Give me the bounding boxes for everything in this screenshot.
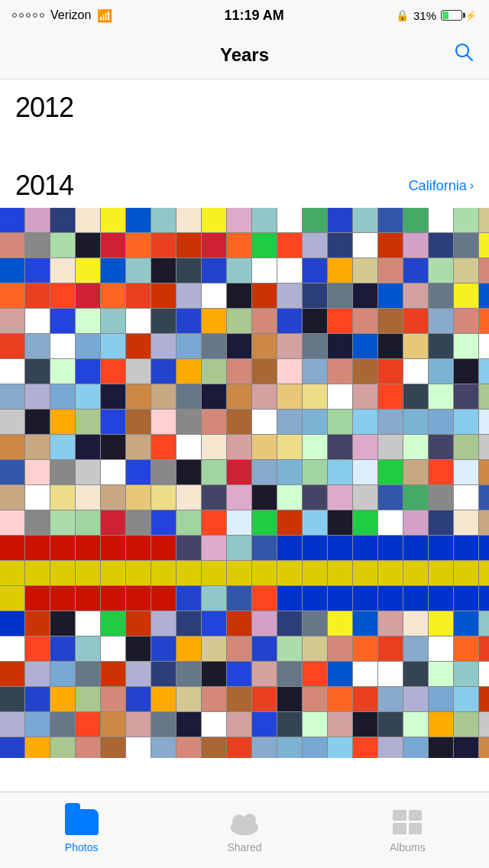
mosaic-cell	[0, 561, 24, 585]
status-right: 🔒 31% ⚡	[396, 9, 477, 22]
photo-mosaic-2014[interactable]	[0, 208, 489, 758]
mosaic-cell	[202, 485, 226, 510]
mosaic-cell	[252, 460, 277, 484]
mosaic-cell	[429, 485, 453, 510]
mosaic-cell	[101, 536, 125, 560]
mosaic-cell	[328, 258, 352, 283]
mosaic-cell	[429, 536, 453, 560]
mosaic-cell	[76, 636, 100, 661]
mosaic-cell	[303, 485, 327, 510]
mosaic-cell	[126, 586, 151, 611]
mosaic-cell	[479, 737, 489, 758]
mosaic-cell	[176, 510, 201, 535]
mosaic-cell	[126, 309, 151, 333]
mosaic-cell	[353, 687, 377, 711]
mosaic-cell	[454, 586, 478, 611]
mosaic-cell	[353, 712, 377, 737]
mosaic-cell	[378, 359, 403, 384]
mosaic-cell	[403, 636, 428, 661]
mosaic-cell	[101, 435, 125, 459]
mosaic-cell	[328, 636, 352, 661]
mosaic-cell	[252, 611, 277, 636]
mosaic-cell	[101, 510, 125, 535]
mosaic-cell	[176, 384, 201, 409]
mosaic-cell	[202, 510, 226, 535]
mosaic-cell	[202, 384, 226, 409]
mosaic-cell	[176, 611, 201, 636]
mosaic-cell	[353, 283, 377, 308]
tab-albums[interactable]: Albums	[361, 808, 453, 853]
mosaic-cell	[76, 586, 100, 611]
mosaic-cell	[50, 410, 75, 434]
mosaic-cell	[50, 208, 75, 232]
tab-photos[interactable]: Photos	[36, 808, 128, 853]
mosaic-cell	[126, 258, 151, 283]
mosaic-cell	[252, 208, 277, 232]
mosaic-cell	[403, 334, 428, 358]
mosaic-cell	[303, 309, 327, 333]
mosaic-cell	[252, 712, 277, 737]
mosaic-cell	[101, 359, 125, 384]
mosaic-cell	[151, 712, 176, 737]
mosaic-cell	[454, 460, 478, 484]
album-rect-2	[409, 810, 423, 821]
mosaic-cell	[403, 712, 428, 737]
mosaic-cell	[403, 510, 428, 535]
mosaic-cell	[328, 485, 352, 510]
mosaic-cell	[25, 611, 50, 636]
mosaic-cell	[25, 485, 50, 510]
mosaic-cell	[303, 334, 327, 358]
album-rect-1	[393, 810, 406, 821]
mosaic-cell	[277, 561, 302, 585]
mosaic-cell	[76, 662, 100, 686]
mosaic-cell	[227, 309, 251, 333]
search-button[interactable]	[454, 42, 474, 67]
mosaic-cell	[50, 309, 75, 333]
mosaic-cell	[429, 561, 453, 585]
mosaic-cell	[353, 435, 377, 459]
mosaic-cell	[101, 384, 125, 409]
mosaic-cell	[479, 435, 489, 459]
mosaic-cell	[454, 258, 478, 283]
mosaic-cell	[429, 384, 453, 409]
mosaic-cell	[50, 384, 75, 409]
mosaic-cell	[227, 233, 251, 257]
mosaic-cell	[0, 737, 24, 758]
mosaic-cell	[50, 485, 75, 510]
album-rect-4	[409, 823, 423, 834]
mosaic-cell	[378, 611, 403, 636]
mosaic-cell	[151, 359, 176, 384]
mosaic-cell	[454, 334, 478, 358]
mosaic-cell	[328, 460, 352, 484]
mosaic-cell	[328, 309, 352, 333]
mosaic-cell	[151, 687, 176, 711]
mosaic-cell	[50, 233, 75, 257]
mosaic-cell	[76, 536, 100, 560]
mosaic-cell	[0, 510, 24, 535]
mosaic-cell	[101, 561, 125, 585]
mosaic-cell	[50, 586, 75, 611]
albums-icon	[390, 808, 424, 837]
mosaic-cell	[126, 611, 151, 636]
mosaic-cell	[328, 662, 352, 686]
california-link[interactable]: California ›	[409, 178, 474, 194]
mosaic-cell	[50, 611, 75, 636]
mosaic-cell	[76, 258, 100, 283]
mosaic-cell	[252, 662, 277, 686]
svg-point-5	[231, 820, 258, 835]
mosaic-cell	[454, 687, 478, 711]
status-time: 11:19 AM	[224, 8, 283, 24]
mosaic-cell	[0, 687, 24, 711]
mosaic-cell	[126, 687, 151, 711]
mosaic-cell	[353, 258, 377, 283]
mosaic-cell	[277, 359, 302, 384]
mosaic-cell	[126, 334, 151, 358]
mosaic-cell	[328, 510, 352, 535]
mosaic-cell	[25, 233, 50, 257]
mosaic-cell	[328, 208, 352, 232]
mosaic-cell	[50, 460, 75, 484]
tab-shared[interactable]: Shared	[199, 808, 290, 853]
mosaic-cell	[403, 611, 428, 636]
mosaic-cell	[303, 662, 327, 686]
mosaic-cell	[202, 536, 226, 560]
